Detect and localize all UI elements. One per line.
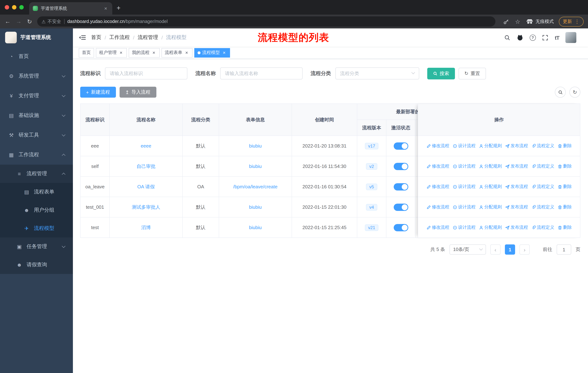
sidebar-item-home[interactable]: ◔ 首页 xyxy=(0,47,73,66)
active-toggle[interactable] xyxy=(394,163,408,170)
action-assign-rule[interactable]: 分配规则 xyxy=(479,224,502,231)
process-name-link[interactable]: 自己审批 xyxy=(136,163,156,170)
action-process-definition[interactable]: 流程定义 xyxy=(531,224,554,231)
action-publish-process[interactable]: 发布流程 xyxy=(505,204,528,210)
action-assign-rule[interactable]: 分配规则 xyxy=(479,163,502,169)
process-name-link[interactable]: 滔博 xyxy=(141,224,151,231)
action-process-definition[interactable]: 流程定义 xyxy=(531,204,554,210)
process-key-input[interactable] xyxy=(105,67,187,80)
form-info-link[interactable]: /bpm/oa/leave/create xyxy=(233,184,278,189)
bookmark-star-icon[interactable]: ☆ xyxy=(514,18,521,25)
action-assign-rule[interactable]: 分配规则 xyxy=(479,184,502,190)
tag-home[interactable]: 首页 xyxy=(79,48,94,57)
sidebar-item-user-group[interactable]: ☻ 用户分组 xyxy=(0,201,73,219)
action-process-definition[interactable]: 流程定义 xyxy=(531,143,554,149)
window-minimize-icon[interactable] xyxy=(12,5,16,10)
window-close-icon[interactable] xyxy=(5,5,9,10)
process-name-link[interactable]: 测试多审批人 xyxy=(132,204,160,210)
action-process-definition[interactable]: 流程定义 xyxy=(531,163,554,169)
action-process-definition[interactable]: 流程定义 xyxy=(531,184,554,190)
tag-close-icon[interactable]: × xyxy=(118,50,124,55)
browser-tab[interactable]: 芋道管理系统 × xyxy=(29,2,112,15)
active-toggle[interactable] xyxy=(394,183,408,190)
action-design-process[interactable]: 设计流程 xyxy=(452,184,475,190)
prev-page-button[interactable]: ‹ xyxy=(490,244,501,255)
page-1-button[interactable]: 1 xyxy=(505,244,515,255)
github-icon[interactable] xyxy=(517,34,524,41)
tag-process-model[interactable]: 流程模型 × xyxy=(194,48,230,57)
active-toggle[interactable] xyxy=(394,203,408,211)
category-select[interactable]: 流程分类 xyxy=(335,67,419,80)
breadcrumb-process-management[interactable]: 流程管理 xyxy=(138,34,158,41)
create-process-button[interactable]: + 新建流程 xyxy=(80,87,116,98)
action-design-process[interactable]: 设计流程 xyxy=(452,163,475,169)
browser-update-button[interactable]: 更新 ⋮ xyxy=(559,17,584,26)
tag-close-icon[interactable]: × xyxy=(151,50,156,55)
goto-page-input[interactable] xyxy=(557,244,571,255)
breadcrumb-workflow[interactable]: 工作流程 xyxy=(109,34,130,41)
tag-process-form[interactable]: 流程表单 × xyxy=(161,48,192,57)
action-publish-process[interactable]: 发布流程 xyxy=(505,143,528,149)
form-info-link[interactable]: biubiu xyxy=(249,204,262,210)
action-assign-rule[interactable]: 分配规则 xyxy=(479,204,502,210)
toggle-search-button[interactable] xyxy=(555,87,566,98)
forward-icon[interactable]: → xyxy=(15,18,22,25)
sidebar-item-process-form[interactable]: ▤ 流程表单 xyxy=(0,183,73,201)
action-assign-rule[interactable]: 分配规则 xyxy=(479,143,502,149)
menu-dots-icon[interactable]: ⋮ xyxy=(575,19,580,24)
search-icon[interactable] xyxy=(504,34,511,41)
action-publish-process[interactable]: 发布流程 xyxy=(505,184,528,190)
action-edit-process[interactable]: 修改流程 xyxy=(426,184,449,190)
tag-tenant[interactable]: 租户管理 × xyxy=(96,48,127,57)
sidebar-item-task-management[interactable]: ▣ 任务管理 xyxy=(0,238,73,256)
reset-button[interactable]: ↻ 重置 xyxy=(459,68,486,79)
tag-close-icon[interactable]: × xyxy=(222,50,227,55)
sidebar-item-system[interactable]: ⚙ 系统管理 xyxy=(0,66,73,86)
action-design-process[interactable]: 设计流程 xyxy=(452,204,475,210)
process-name-link[interactable]: eeee xyxy=(141,143,151,149)
action-delete[interactable]: 删除 xyxy=(557,204,572,210)
user-avatar[interactable] xyxy=(565,32,576,43)
import-process-button[interactable]: ↥ 导入流程 xyxy=(119,87,156,98)
back-icon[interactable]: ← xyxy=(4,18,11,25)
reload-icon[interactable]: ↻ xyxy=(26,18,33,25)
next-page-button[interactable]: › xyxy=(519,244,530,255)
tag-my-process[interactable]: 我的流程 × xyxy=(129,48,160,57)
url-bar[interactable]: ⚠ 不安全 dashboard.yudao.iocoder.cn/bpm/man… xyxy=(37,16,495,27)
sidebar-item-process-model[interactable]: ✈ 流程模型 xyxy=(0,219,73,238)
action-delete[interactable]: 删除 xyxy=(557,184,572,190)
process-name-input[interactable] xyxy=(220,67,303,80)
action-delete[interactable]: 删除 xyxy=(557,224,572,231)
action-publish-process[interactable]: 发布流程 xyxy=(505,163,528,169)
sidebar-fold-icon[interactable] xyxy=(79,34,86,41)
new-tab-button[interactable]: + xyxy=(117,4,120,12)
sidebar-item-payment[interactable]: ¥ 支付管理 xyxy=(0,86,73,106)
refresh-table-button[interactable]: ↻ xyxy=(569,87,580,98)
fullscreen-icon[interactable] xyxy=(542,34,549,41)
sidebar-item-process-management[interactable]: ≡ 流程管理 xyxy=(0,165,73,183)
help-icon[interactable]: ? xyxy=(530,34,536,40)
sidebar-item-workflow[interactable]: ▦ 工作流程 xyxy=(0,145,73,165)
password-key-icon[interactable] xyxy=(503,18,509,25)
breadcrumb-home[interactable]: 首页 xyxy=(91,34,101,41)
action-delete[interactable]: 删除 xyxy=(557,163,572,169)
form-info-link[interactable]: biubiu xyxy=(249,225,262,230)
form-info-link[interactable]: biubiu xyxy=(249,143,262,149)
sidebar-item-leave-query[interactable]: ☻ 请假查询 xyxy=(0,256,73,274)
font-size-icon[interactable]: tT xyxy=(555,34,559,40)
action-delete[interactable]: 删除 xyxy=(557,143,572,149)
tag-close-icon[interactable]: × xyxy=(184,50,189,55)
process-name-link[interactable]: OA 请假 xyxy=(137,183,155,190)
action-design-process[interactable]: 设计流程 xyxy=(452,143,475,149)
action-edit-process[interactable]: 修改流程 xyxy=(426,224,449,231)
form-info-link[interactable]: biubiu xyxy=(249,163,262,169)
sidebar-item-infrastructure[interactable]: ▤ 基础设施 xyxy=(0,106,73,125)
active-toggle[interactable] xyxy=(394,224,408,231)
action-publish-process[interactable]: 发布流程 xyxy=(505,224,528,231)
search-button[interactable]: 搜索 xyxy=(427,68,455,79)
active-toggle[interactable] xyxy=(394,142,408,150)
action-edit-process[interactable]: 修改流程 xyxy=(426,143,449,149)
action-edit-process[interactable]: 修改流程 xyxy=(426,204,449,210)
action-edit-process[interactable]: 修改流程 xyxy=(426,163,449,169)
page-size-select[interactable]: 10条/页 xyxy=(450,244,486,255)
